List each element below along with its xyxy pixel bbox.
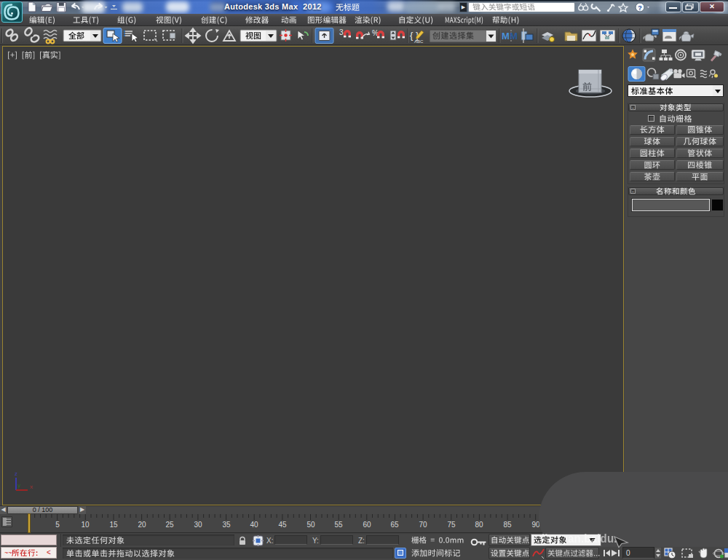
svg-text:y: y xyxy=(17,482,20,489)
svg-text:M: M xyxy=(502,31,510,42)
svg-text:z: z xyxy=(15,470,17,477)
svg-text:x: x xyxy=(30,484,33,490)
svg-text:?: ? xyxy=(638,4,642,12)
svg-text:M: M xyxy=(510,31,518,42)
svg-text:3: 3 xyxy=(339,28,344,36)
svg-text:ABC: ABC xyxy=(414,39,424,44)
